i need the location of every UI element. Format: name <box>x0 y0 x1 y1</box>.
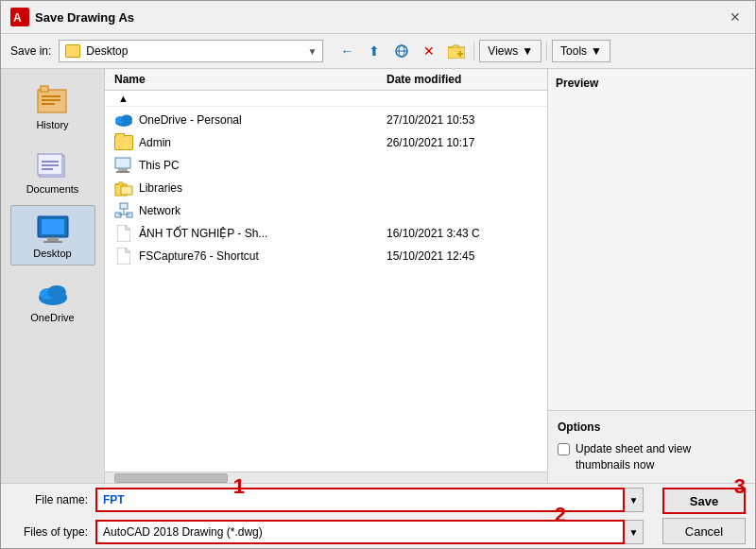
file-icon-anh <box>114 225 133 242</box>
badge-1: 1 <box>233 474 245 499</box>
network-places-button[interactable] <box>389 40 414 62</box>
preview-pane: Preview <box>548 69 755 411</box>
bottom-flex: File name: ▼ Files of type: ▼ Save <box>1 484 755 548</box>
desktop-folder-icon <box>65 44 80 58</box>
file-name-this-pc: This PC <box>139 159 381 172</box>
file-name-anh: ẢNH TỐT NGHIỆP - Sh... <box>139 227 381 240</box>
documents-icon <box>34 147 72 181</box>
table-row[interactable]: This PC <box>105 154 547 177</box>
main-area: History Documents <box>1 69 755 483</box>
separator <box>473 42 474 60</box>
tools-button[interactable]: Tools ▼ <box>552 40 610 62</box>
file-name-fsc: FSCapture76 - Shortcut <box>139 249 381 263</box>
svg-rect-33 <box>120 203 128 209</box>
file-date-admin: 26/10/2021 10:17 <box>387 136 538 149</box>
save-drawing-dialog: A Save Drawing As ✕ Save in: Desktop ▼ ←… <box>0 0 756 549</box>
file-date-fsc: 15/10/2021 12:45 <box>387 249 538 263</box>
new-folder-icon <box>448 43 465 59</box>
file-list: OneDrive - Personal 27/10/2021 10:53 Adm… <box>105 107 547 472</box>
back-button[interactable]: ← <box>335 40 359 62</box>
svg-rect-17 <box>42 168 53 170</box>
update-thumbnails-text: Update sheet and view thumbnails now <box>576 441 746 473</box>
sidebar-item-desktop[interactable]: Desktop <box>10 205 95 266</box>
views-dropdown-arrow: ▼ <box>522 44 533 58</box>
svg-point-27 <box>121 115 132 124</box>
options-pane: Options Update sheet and view thumbnails… <box>548 411 755 483</box>
svg-rect-9 <box>41 86 48 92</box>
svg-rect-20 <box>47 237 59 241</box>
file-name-network: Network <box>139 204 381 217</box>
sidebar-item-documents[interactable]: Documents <box>10 141 95 201</box>
onedrive-label: OneDrive <box>30 312 74 323</box>
svg-rect-21 <box>43 241 62 243</box>
file-name-admin: Admin <box>139 136 381 149</box>
views-button[interactable]: Views ▼ <box>479 40 541 62</box>
toolbar-buttons: ← ⬆ ✕ Views ▼ <box>335 40 610 62</box>
filename-label: File name: <box>10 493 88 506</box>
onedrive-personal-icon <box>114 112 133 129</box>
close-button[interactable]: ✕ <box>725 7 746 27</box>
filetype-input[interactable] <box>95 520 625 544</box>
svg-point-24 <box>47 285 66 299</box>
file-name-libraries: Libraries <box>139 181 381 195</box>
filename-dropdown-btn[interactable]: ▼ <box>625 488 644 512</box>
dialog-title: Save Drawing As <box>35 10 134 25</box>
save-in-value: Desktop <box>86 44 301 58</box>
autocad-icon: A <box>10 8 29 26</box>
desktop-label: Desktop <box>33 248 71 259</box>
filename-input[interactable] <box>95 488 625 512</box>
update-thumbnails-row: Update sheet and view thumbnails now <box>558 441 746 473</box>
admin-folder-icon <box>114 134 133 151</box>
table-row[interactable]: Libraries <box>105 177 547 199</box>
network-icon <box>114 202 133 219</box>
svg-rect-32 <box>121 186 132 195</box>
sidebar-item-onedrive[interactable]: OneDrive <box>10 269 95 330</box>
up-button[interactable]: ⬆ <box>362 40 387 62</box>
sidebar-item-history[interactable]: History <box>10 77 95 137</box>
documents-label: Documents <box>26 183 79 195</box>
svg-rect-12 <box>42 103 55 105</box>
table-row[interactable]: Admin 26/10/2021 10:17 <box>105 131 547 154</box>
history-label: History <box>36 119 68 130</box>
filetype-dropdown-btn[interactable]: ▼ <box>625 520 644 544</box>
file-date-onedrive: 27/10/2021 10:53 <box>387 113 538 127</box>
desktop-icon <box>34 212 72 246</box>
file-date-anh: 16/10/2021 3:43 C <box>387 227 538 240</box>
column-date: Date modified <box>387 73 538 86</box>
svg-rect-16 <box>42 164 59 166</box>
svg-rect-29 <box>118 168 128 171</box>
badge-3: 3 <box>734 474 746 499</box>
filetype-label: Files of type: <box>10 525 88 539</box>
file-list-header: Name Date modified <box>105 69 547 91</box>
preview-options-pane: Preview Options Update sheet and view th… <box>547 69 755 483</box>
svg-rect-15 <box>42 161 59 163</box>
svg-rect-30 <box>116 171 129 173</box>
sort-indicator: ▲ <box>105 91 547 107</box>
onedrive-icon <box>34 276 72 310</box>
table-row[interactable]: Network <box>105 199 547 222</box>
update-thumbnails-checkbox[interactable] <box>558 443 570 455</box>
globe-icon <box>394 44 409 58</box>
history-icon <box>34 83 72 117</box>
cancel-button[interactable]: Cancel <box>662 518 746 544</box>
new-folder-button[interactable] <box>444 40 469 62</box>
title-bar: A Save Drawing As ✕ <box>1 1 755 34</box>
badge-2: 2 <box>555 503 566 527</box>
table-row[interactable]: OneDrive - Personal 27/10/2021 10:53 <box>105 109 547 131</box>
column-name: Name <box>114 73 387 86</box>
toolbar: Save in: Desktop ▼ ← ⬆ ✕ <box>1 34 755 69</box>
bottom-section: File name: ▼ Files of type: ▼ Save <box>1 483 755 548</box>
svg-rect-10 <box>42 95 60 97</box>
horizontal-scrollbar[interactable] <box>105 472 547 483</box>
svg-rect-11 <box>42 99 60 101</box>
file-area: Name Date modified ▲ <box>105 69 547 483</box>
table-row[interactable]: ẢNH TỐT NGHIỆP - Sh... 16/10/2021 3:43 C <box>105 222 547 245</box>
this-pc-icon <box>114 157 133 174</box>
combo-arrow-icon: ▼ <box>307 46 317 57</box>
save-in-combo[interactable]: Desktop ▼ <box>59 40 323 62</box>
scrollbar-thumb[interactable] <box>114 473 228 483</box>
table-row[interactable]: FSCapture76 - Shortcut 15/10/2021 12:45 <box>105 245 547 267</box>
delete-button[interactable]: ✕ <box>417 40 441 62</box>
libraries-icon <box>114 180 133 197</box>
separator2 <box>546 42 547 60</box>
